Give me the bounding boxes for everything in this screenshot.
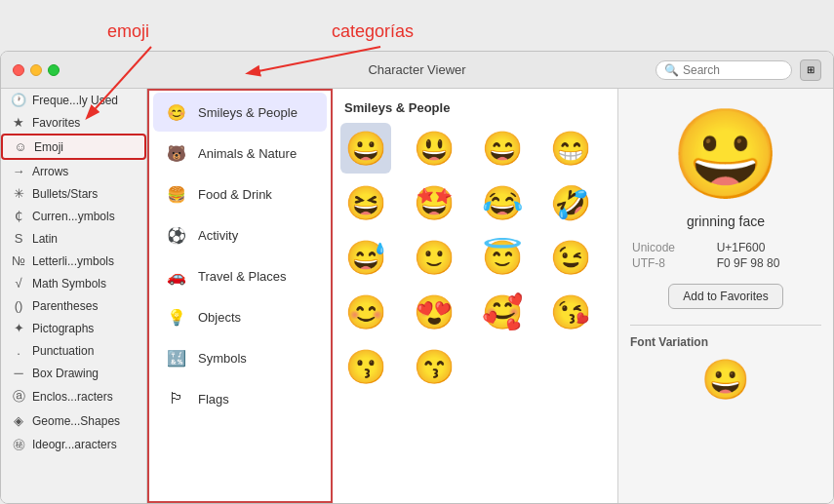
category-icon-activity: ⚽ — [165, 223, 188, 247]
emoji-cell-17[interactable]: 😙 — [409, 341, 459, 392]
search-box[interactable]: 🔍 — [655, 60, 792, 80]
sidebar-icon-arrows: → — [11, 164, 26, 178]
emoji-cell-13[interactable]: 😍 — [409, 287, 459, 337]
category-panel: 😊Smileys & People🐻Animals & Nature🍔Food … — [147, 89, 333, 503]
sidebar-item-box-drawing[interactable]: ─Box Drawing — [1, 362, 146, 384]
add-to-favorites-button[interactable]: Add to Favorites — [668, 284, 782, 309]
category-item-flags[interactable]: 🏳Flags — [153, 379, 327, 418]
unicode-label: Unicode — [632, 241, 715, 254]
sidebar-icon-geometric-shapes: ◈ — [11, 413, 26, 428]
sidebar-label-arrows: Arrows — [32, 165, 68, 178]
detail-emoji-large: 😀 — [671, 110, 780, 198]
sidebar-item-math-symbols[interactable]: √Math Symbols — [1, 272, 146, 294]
close-button[interactable] — [13, 64, 24, 76]
emoji-cell-6[interactable]: 😂 — [477, 177, 528, 228]
category-label-symbols: Symbols — [198, 351, 247, 366]
sidebar-label-box-drawing: Box Drawing — [32, 367, 99, 380]
emoji-cell-3[interactable]: 😁 — [545, 123, 596, 174]
category-icon-travel-places: 🚗 — [165, 264, 188, 288]
sidebar-icon-emoji: ☺ — [13, 139, 28, 154]
emoji-cell-1[interactable]: 😃 — [409, 123, 459, 174]
annotation-categorias-label: categorías — [332, 21, 414, 42]
category-label-flags: Flags — [198, 392, 229, 407]
sidebar-item-favorites[interactable]: ★Favorites — [1, 111, 146, 134]
sidebar-icon-frequently-used: 🕐 — [11, 93, 26, 107]
sidebar-icon-letterlike-symbols: № — [11, 253, 26, 268]
emoji-cell-16[interactable]: 😗 — [340, 341, 391, 392]
emoji-cell-7[interactable]: 🤣 — [545, 177, 596, 228]
detail-panel: 😀 grinning face Unicode U+1F600 UTF-8 F0… — [618, 89, 833, 503]
sidebar-item-latin[interactable]: SLatin — [1, 227, 146, 250]
sidebar-item-punctuation[interactable]: .Punctuation — [1, 339, 146, 362]
category-label-food-drink: Food & Drink — [198, 187, 272, 202]
sidebar-label-frequently-used: Freque...ly Used — [32, 94, 118, 107]
sidebar-label-favorites: Favorites — [32, 116, 80, 130]
main-window: Character Viewer 🔍 ⊞ 🕐Freque...ly Used★F… — [0, 51, 834, 504]
sidebar-item-currency-symbols[interactable]: ₵Curren...ymbols — [1, 205, 146, 227]
sidebar-label-pictographs: Pictographs — [32, 322, 94, 335]
sidebar-icon-bullets-stars: ✳ — [11, 186, 26, 201]
category-label-activity: Activity — [198, 228, 238, 243]
sidebar-label-parentheses: Parentheses — [32, 299, 98, 313]
maximize-button[interactable] — [48, 64, 60, 76]
emoji-cell-15[interactable]: 😘 — [545, 287, 596, 337]
sidebar-label-currency-symbols: Curren...ymbols — [32, 210, 115, 223]
sidebar-label-enclosed-characters: Enclos...racters — [32, 390, 113, 404]
emoji-cell-9[interactable]: 🙂 — [409, 232, 459, 283]
category-item-animals-nature[interactable]: 🐻Animals & Nature — [153, 134, 327, 173]
category-item-activity[interactable]: ⚽Activity — [153, 215, 327, 254]
sidebar-icon-latin: S — [11, 231, 26, 246]
titlebar: Character Viewer 🔍 ⊞ — [1, 52, 833, 89]
emoji-grid-panel: Smileys & People 😀😃😄😁😆🤩😂🤣😅🙂😇😉😊😍🥰😘😗😙 — [333, 89, 618, 503]
sidebar-label-punctuation: Punctuation — [32, 344, 94, 358]
sidebar-label-emoji: Emoji — [34, 140, 63, 154]
emoji-cell-0[interactable]: 😀 — [340, 123, 391, 174]
sidebar-item-geometric-shapes[interactable]: ◈Geome...Shapes — [1, 409, 146, 432]
category-item-objects[interactable]: 💡Objects — [153, 297, 327, 336]
content-area: 🕐Freque...ly Used★Favorites☺Emoji→Arrows… — [1, 89, 833, 503]
window-title: Character Viewer — [368, 62, 465, 77]
emoji-cell-14[interactable]: 🥰 — [477, 287, 528, 337]
sidebar-label-geometric-shapes: Geome...Shapes — [32, 414, 120, 428]
sidebar-icon-enclosed-characters: ⓐ — [11, 388, 26, 406]
sidebar-item-enclosed-characters[interactable]: ⓐEnclos...racters — [1, 384, 146, 409]
category-icon-animals-nature: 🐻 — [165, 141, 188, 165]
emoji-cell-11[interactable]: 😉 — [545, 232, 596, 283]
sidebar-icon-pictographs: ✦ — [11, 321, 26, 335]
sidebar-icon-currency-symbols: ₵ — [11, 209, 26, 223]
sidebar-icon-box-drawing: ─ — [11, 366, 26, 380]
unicode-value: U+1F600 — [717, 241, 819, 254]
emoji-cell-5[interactable]: 🤩 — [409, 177, 459, 228]
emoji-cell-2[interactable]: 😄 — [477, 123, 528, 174]
sidebar-item-pictographs[interactable]: ✦Pictographs — [1, 317, 146, 339]
sidebar-item-ideographic-characters[interactable]: ㊙Ideogr...aracters — [1, 432, 146, 457]
category-label-animals-nature: Animals & Nature — [198, 146, 297, 161]
category-label-objects: Objects — [198, 310, 241, 325]
utf8-label: UTF-8 — [632, 256, 715, 270]
emoji-cell-10[interactable]: 😇 — [477, 232, 528, 283]
font-variation-label: Font Variation — [630, 325, 821, 349]
sidebar-icon-parentheses: () — [11, 298, 26, 313]
sidebar-item-arrows[interactable]: →Arrows — [1, 160, 146, 182]
sidebar-item-letterlike-symbols[interactable]: №Letterli...ymbols — [1, 250, 146, 272]
category-icon-objects: 💡 — [165, 305, 188, 329]
emoji-grid: 😀😃😄😁😆🤩😂🤣😅🙂😇😉😊😍🥰😘😗😙 — [340, 123, 610, 392]
sidebar-icon-punctuation: . — [11, 343, 26, 358]
sidebar-item-bullets-stars[interactable]: ✳Bullets/Stars — [1, 182, 146, 205]
sidebar-item-parentheses[interactable]: ()Parentheses — [1, 294, 146, 317]
emoji-cell-12[interactable]: 😊 — [340, 287, 391, 337]
minimize-button[interactable] — [30, 64, 42, 76]
grid-view-button[interactable]: ⊞ — [800, 59, 821, 81]
category-item-symbols[interactable]: 🔣Symbols — [153, 338, 327, 377]
sidebar-item-emoji[interactable]: ☺Emoji — [1, 134, 146, 160]
category-item-travel-places[interactable]: 🚗Travel & Places — [153, 256, 327, 295]
sidebar-label-math-symbols: Math Symbols — [32, 277, 106, 291]
search-input[interactable] — [683, 63, 780, 77]
category-item-food-drink[interactable]: 🍔Food & Drink — [153, 174, 327, 213]
annotation-emoji-label: emoji — [107, 21, 149, 42]
sidebar-item-frequently-used[interactable]: 🕐Freque...ly Used — [1, 89, 146, 111]
emoji-cell-8[interactable]: 😅 — [340, 232, 391, 283]
category-item-smileys-people[interactable]: 😊Smileys & People — [153, 93, 327, 132]
emoji-cell-4[interactable]: 😆 — [340, 177, 391, 228]
font-variation-emoji: 😀 — [701, 357, 750, 403]
